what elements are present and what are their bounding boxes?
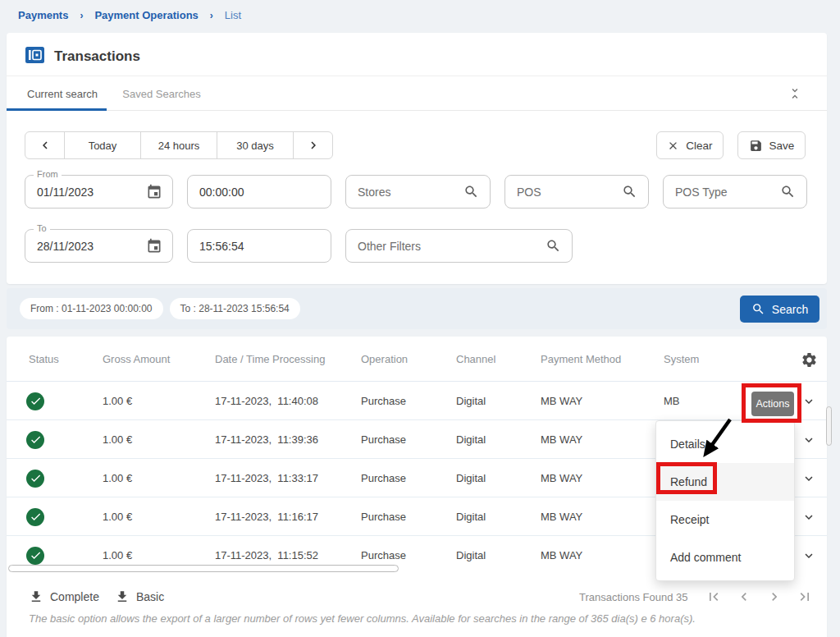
save-button[interactable]: Save (737, 131, 806, 159)
calendar-icon[interactable] (146, 184, 162, 200)
cell-datetime: 17-11-2023, 11:33:17 (215, 459, 318, 497)
prev-page-icon[interactable] (736, 589, 752, 605)
chevron-down-icon[interactable] (801, 471, 816, 486)
tab-current-search[interactable]: Current search (7, 76, 107, 111)
to-time-field[interactable]: 15:56:54 (187, 229, 331, 263)
other-filters-field[interactable]: Other Filters (345, 229, 573, 263)
menu-item-receipt[interactable]: Receipt (656, 501, 794, 538)
search-icon (751, 302, 765, 316)
cell-payment-method: MB WAY (541, 382, 582, 420)
annotation-rect-actions (742, 383, 801, 423)
chevron-down-icon[interactable] (801, 510, 816, 525)
search-icon[interactable] (780, 184, 797, 200)
horizontal-scrollbar[interactable] (8, 565, 399, 572)
cell-operation: Purchase (361, 382, 406, 420)
gear-icon[interactable] (801, 351, 818, 369)
chevron-down-icon[interactable] (801, 433, 816, 447)
success-status-icon (26, 392, 44, 410)
success-status-icon (26, 547, 44, 565)
breadcrumb-item[interactable]: List (225, 9, 241, 21)
download-icon (29, 589, 43, 604)
cell-payment-method: MB WAY (541, 420, 582, 459)
export-complete-button[interactable]: Complete (29, 585, 99, 608)
to-filter-chip[interactable]: To : 28-11-2023 15:56:54 (170, 298, 300, 319)
first-page-icon[interactable] (705, 589, 722, 605)
download-icon (115, 589, 130, 604)
cell-channel: Digital (456, 420, 486, 459)
range-24hours-button[interactable]: 24 hours (141, 132, 217, 158)
breadcrumb-item[interactable]: Payments (18, 9, 68, 21)
cell-channel: Digital (456, 382, 486, 420)
transactions-found-label: Transactions Found 35 (579, 585, 687, 608)
success-status-icon (26, 508, 44, 526)
export-basic-button[interactable]: Basic (115, 585, 164, 608)
stores-field[interactable]: Stores (345, 175, 491, 209)
export-note: The basic option allows the export of a … (29, 612, 696, 625)
to-date-field[interactable]: To 28/11/2023 (25, 229, 173, 263)
table-header: Status Gross Amount Date / Time Processi… (7, 337, 827, 382)
annotation-rect-refund (656, 462, 717, 494)
chevron-left-icon (38, 138, 52, 153)
cell-payment-method: MB WAY (541, 459, 582, 497)
annotation-arrow (697, 414, 738, 465)
pos-type-field[interactable]: POS Type (663, 175, 807, 209)
breadcrumb-separator: › (80, 10, 83, 21)
transactions-icon (25, 47, 44, 63)
success-status-icon (26, 470, 44, 488)
range-next-button[interactable] (294, 132, 332, 158)
search-icon[interactable] (463, 184, 480, 200)
cell-operation: Purchase (361, 536, 406, 565)
breadcrumb-separator: › (210, 10, 213, 21)
cell-datetime: 17-11-2023, 11:15:52 (215, 536, 318, 565)
success-status-icon (26, 431, 44, 449)
tab-saved-searches[interactable]: Saved Searches (107, 76, 217, 111)
menu-item-add-comment[interactable]: Add comment (656, 538, 794, 576)
pos-field[interactable]: POS (504, 175, 649, 209)
range-prev-button[interactable] (25, 132, 65, 158)
cell-datetime: 17-11-2023, 11:40:08 (215, 382, 318, 420)
save-icon (749, 139, 763, 153)
cell-channel: Digital (456, 497, 486, 536)
clear-button[interactable]: Clear (656, 131, 724, 159)
close-icon (667, 140, 679, 152)
range-30days-button[interactable]: 30 days (217, 132, 294, 158)
cell-gross-amount: 1.00 € (103, 420, 132, 459)
cell-system: MB (664, 382, 680, 420)
last-page-icon[interactable] (797, 589, 813, 605)
chevron-down-icon[interactable] (801, 394, 816, 409)
from-time-field[interactable]: 00:00:00 (187, 175, 331, 209)
range-today-button[interactable]: Today (65, 132, 141, 158)
search-button[interactable]: Search (740, 296, 819, 323)
search-icon[interactable] (546, 238, 562, 254)
chevron-down-icon[interactable] (801, 548, 816, 563)
applied-filters-band: From : 01-11-2023 00:00:00 To : 28-11-20… (7, 288, 827, 329)
search-icon[interactable] (622, 184, 638, 200)
vertical-scrollbar[interactable] (826, 406, 832, 446)
cell-gross-amount: 1.00 € (103, 536, 132, 565)
page-title: Transactions (54, 48, 140, 65)
cell-channel: Digital (456, 536, 486, 565)
cell-payment-method: MB WAY (541, 536, 582, 565)
from-date-field[interactable]: From 01/11/2023 (25, 175, 173, 209)
cell-operation: Purchase (361, 459, 406, 497)
filters-card: Transactions Current search Saved Search… (7, 33, 827, 284)
chevron-right-icon (306, 138, 321, 153)
next-page-icon[interactable] (766, 589, 783, 605)
cell-gross-amount: 1.00 € (103, 382, 132, 420)
cell-operation: Purchase (361, 497, 406, 536)
pagination (705, 585, 813, 608)
from-filter-chip[interactable]: From : 01-11-2023 00:00:00 (20, 298, 163, 319)
cell-payment-method: MB WAY (541, 497, 582, 536)
cell-gross-amount: 1.00 € (103, 459, 132, 497)
tabs: Current search Saved Searches (7, 76, 827, 111)
cell-datetime: 17-11-2023, 11:39:36 (215, 420, 318, 459)
cell-channel: Digital (456, 459, 486, 497)
collapse-icon[interactable] (788, 86, 802, 101)
calendar-icon[interactable] (146, 238, 162, 254)
active-tab-indicator (7, 108, 107, 111)
breadcrumb: Payments›Payment Operations›List (18, 9, 241, 21)
cell-datetime: 17-11-2023, 11:16:17 (215, 497, 318, 536)
breadcrumb-item[interactable]: Payment Operations (94, 9, 198, 21)
cell-gross-amount: 1.00 € (103, 497, 132, 536)
date-range-group: Today 24 hours 30 days (25, 131, 333, 159)
